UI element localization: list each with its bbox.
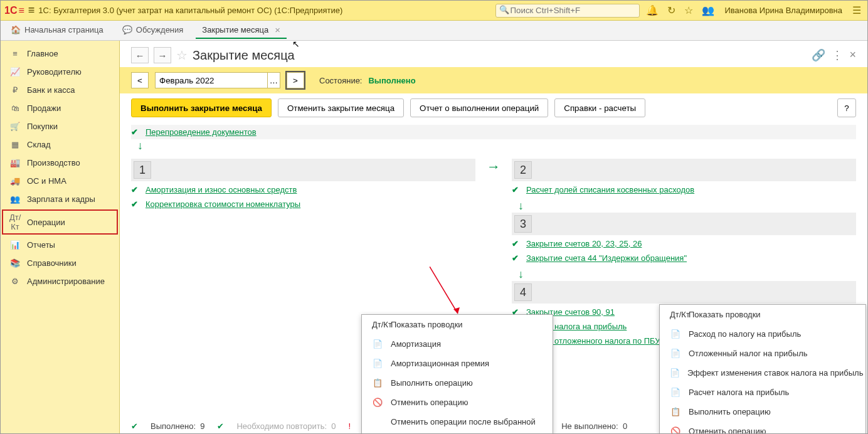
sidebar-item-Отчеты[interactable]: 📊Отчеты bbox=[1, 236, 119, 254]
back-button[interactable]: ← bbox=[131, 47, 149, 63]
settings-icon[interactable]: ☰ bbox=[850, 4, 864, 16]
menu-item[interactable]: 📋Выполнить операцию bbox=[362, 373, 553, 393]
sidebar-label: Отчеты bbox=[27, 240, 55, 250]
menu-item-icon: 📄 bbox=[372, 359, 383, 368]
menu-item[interactable]: 📄Расчет налога на прибыль bbox=[660, 383, 865, 402]
forward-button[interactable]: → bbox=[154, 47, 171, 63]
sidebar-item-Продажи[interactable]: 🛍Продажи bbox=[1, 99, 119, 117]
sidebar-item-ОС и НМА[interactable]: 🚚ОС и НМА bbox=[1, 172, 119, 190]
check-icon: ✔ bbox=[512, 239, 519, 248]
sidebar-item-Производство[interactable]: 🏭Производство bbox=[1, 154, 119, 172]
sidebar-label: Покупки bbox=[27, 122, 58, 131]
menu-item[interactable]: 📄Амортизационная премия bbox=[362, 354, 553, 373]
menu-item-label: Эффект изменения ставок налога на прибыл… bbox=[687, 368, 863, 378]
user-name[interactable]: Иванова Ирина Владимировна bbox=[721, 6, 846, 15]
cancel-button[interactable]: Отменить закрытие месяца bbox=[278, 98, 404, 117]
run-button[interactable]: Выполнить закрытие месяца bbox=[131, 98, 272, 117]
stage-4-num: 4 bbox=[514, 283, 532, 301]
status-notdone-value: 0 bbox=[623, 421, 627, 431]
toolbar: Выполнить закрытие месяца Отменить закры… bbox=[120, 93, 867, 122]
status-notdone-label: Не выполнено: bbox=[561, 421, 618, 431]
period-picker-button[interactable]: … bbox=[268, 72, 280, 88]
menu-item-icon: 🚫 bbox=[670, 426, 681, 433]
menu-item[interactable]: 📄Эффект изменения ставок налога на прибы… bbox=[660, 363, 865, 383]
sidebar-icon: 🏭 bbox=[9, 158, 21, 167]
period-bar: < … > ↖ Состояние: Выполнено bbox=[120, 67, 867, 93]
stage-3-num: 3 bbox=[514, 215, 532, 233]
op-link[interactable]: Расчет долей списания косвенных расходов bbox=[526, 185, 694, 194]
sidebar-icon: 📚 bbox=[9, 258, 21, 268]
search-box[interactable]: 🔍 bbox=[495, 4, 640, 18]
status-repeat-value: 0 bbox=[331, 421, 336, 431]
menu-item-label: Выполнить операцию bbox=[391, 378, 473, 388]
menu-item-label: Расход по налогу на прибыль bbox=[689, 329, 801, 339]
refs-button[interactable]: Справки - расчеты bbox=[554, 98, 645, 117]
menu-item[interactable]: 📋Выполнить операцию bbox=[660, 402, 865, 421]
menu-item[interactable]: Отменить операции после выбранной bbox=[362, 412, 553, 431]
sidebar-icon: Дт/Кт bbox=[9, 213, 21, 231]
sidebar-item-Покупки[interactable]: 🛒Покупки bbox=[1, 117, 119, 135]
menu-item[interactable]: Дт/КтПоказать проводки bbox=[660, 305, 865, 324]
menu-item[interactable]: 🚫Отменить операцию bbox=[362, 393, 553, 412]
main-menu-icon[interactable]: ≡ bbox=[28, 4, 35, 17]
arrow-down-icon: ↓ bbox=[137, 139, 856, 152]
period-input[interactable] bbox=[155, 72, 268, 88]
sidebar-label: Справочники bbox=[27, 258, 77, 268]
op-link[interactable]: Корректировка стоимости номенклатуры bbox=[146, 199, 300, 209]
favorite-star-icon[interactable]: ☆ bbox=[176, 48, 188, 63]
cursor-icon: ↖ bbox=[292, 41, 300, 49]
sidebar-item-Операции[interactable]: Дт/КтОперации bbox=[1, 208, 119, 236]
reposting-link[interactable]: Перепроведение документов bbox=[146, 127, 257, 137]
tab-home[interactable]: 🏠Начальная страница bbox=[4, 23, 110, 38]
menu-item[interactable]: 📄Отложенный налог на прибыль bbox=[660, 344, 865, 363]
search-icon: 🔍 bbox=[499, 5, 509, 14]
menu-item-icon: 📋 bbox=[670, 407, 681, 416]
menu-item-label: Отменить операцию bbox=[689, 426, 766, 433]
menu-item[interactable]: ↓Пропустить операцию bbox=[362, 431, 553, 433]
period-prev-button[interactable]: < bbox=[131, 72, 149, 88]
history-icon[interactable]: ↻ bbox=[665, 4, 678, 16]
stage-1: 1 ✔Амортизация и износ основных средств … bbox=[131, 159, 475, 209]
op-link[interactable]: Амортизация и износ основных средств bbox=[146, 185, 297, 194]
help-button[interactable]: ? bbox=[837, 98, 856, 117]
sidebar-item-Руководителю[interactable]: 📈Руководителю bbox=[1, 63, 119, 81]
sidebar-icon: 📊 bbox=[9, 240, 21, 250]
more-icon[interactable]: ⋮ bbox=[832, 48, 843, 62]
star-icon[interactable]: ☆ bbox=[682, 4, 696, 16]
menu-item-icon: Дт/Кт bbox=[372, 320, 383, 329]
link-icon[interactable]: 🔗 bbox=[812, 48, 825, 62]
close-page-icon[interactable]: × bbox=[849, 48, 856, 62]
sidebar-label: Продажи bbox=[27, 103, 61, 113]
menu-item[interactable]: Дт/КтПоказать проводки bbox=[362, 315, 553, 334]
sidebar-item-Справочники[interactable]: 📚Справочники bbox=[1, 254, 119, 272]
menu-item[interactable]: 📄Расход по налогу на прибыль bbox=[660, 324, 865, 344]
check-icon: ✔ bbox=[512, 253, 519, 263]
sidebar-item-Банк и касса[interactable]: ₽Банк и касса bbox=[1, 81, 119, 99]
bell-icon[interactable]: 🔔 bbox=[643, 4, 661, 16]
menu-item[interactable]: 📄Амортизация bbox=[362, 334, 553, 354]
sidebar-item-Склад[interactable]: ▦Склад bbox=[1, 135, 119, 154]
period-next-button[interactable]: > bbox=[287, 72, 304, 88]
op-link[interactable]: Закрытие счетов 20, 23, 25, 26 bbox=[526, 239, 642, 248]
menu-item-label: Показать проводки bbox=[391, 320, 463, 329]
status-repeat-label: Необходимо повторить: bbox=[236, 421, 327, 431]
tabs-bar: 🏠Начальная страница 💬Обсуждения Закрытие… bbox=[1, 21, 867, 41]
status-label: Состояние: bbox=[319, 76, 362, 85]
sidebar-item-Администрирование[interactable]: ⚙Администрирование bbox=[1, 272, 119, 290]
sidebar-item-Главное[interactable]: ≡Главное bbox=[1, 45, 119, 63]
close-tab-icon[interactable]: × bbox=[275, 24, 280, 35]
users-icon[interactable]: 👥 bbox=[699, 4, 717, 16]
menu-item[interactable]: 🚫Отменить операцию bbox=[660, 421, 865, 433]
page-title: Закрытие месяца bbox=[193, 48, 295, 63]
search-input[interactable] bbox=[495, 4, 640, 18]
status-done-value: 9 bbox=[200, 421, 204, 431]
arrow-down-icon: ↓ bbox=[518, 199, 856, 213]
tab-close-month[interactable]: Закрытие месяца× bbox=[196, 22, 287, 39]
arrow-right-icon: → bbox=[487, 159, 500, 175]
sidebar-item-Зарплата и кадры[interactable]: 👥Зарплата и кадры bbox=[1, 190, 119, 208]
tab-discussions[interactable]: 💬Обсуждения bbox=[116, 23, 190, 38]
chat-icon: 💬 bbox=[122, 25, 132, 34]
report-button[interactable]: Отчет о выполнении операций bbox=[410, 98, 548, 117]
menu-item-label: Расчет налога на прибыль bbox=[689, 388, 789, 397]
op-link[interactable]: Закрытие счета 44 "Издержки обращения" bbox=[526, 253, 687, 263]
